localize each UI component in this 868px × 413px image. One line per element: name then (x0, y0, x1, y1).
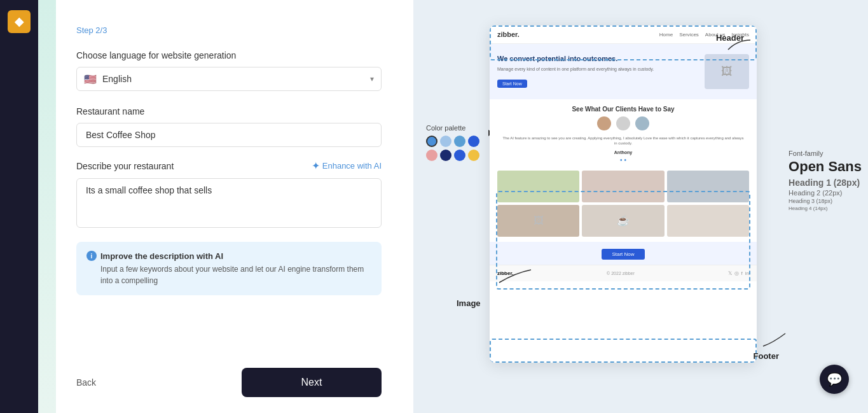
font-family-name: Open Sans (789, 158, 862, 175)
mockup-logo: zibber. (497, 31, 520, 38)
mockup-testimonial (490, 116, 757, 136)
footer-dashed-border (490, 339, 757, 363)
mockup-footer-copy: © 2022 zibber (607, 271, 635, 276)
ai-info-title: i Improve the description with AI (86, 251, 371, 261)
image-arrow (496, 267, 534, 286)
color-swatch-7[interactable] (454, 150, 465, 161)
heading-3: Heading 3 (18px) (789, 198, 862, 204)
sidebar: ◆ (0, 0, 38, 413)
mockup-section-title: See What Our Clients Have to Say (490, 99, 757, 116)
heading-2: Heading 2 (22px) (789, 189, 862, 197)
color-swatch-6[interactable] (440, 150, 451, 161)
color-palette-label: Color palette (426, 124, 479, 132)
palette-row-2 (426, 150, 479, 161)
left-panel: Step 2/3 Choose language for website gen… (38, 0, 413, 413)
image-annotation-label: Image (457, 298, 481, 308)
enhance-ai-label: Enhance with AI (322, 161, 382, 171)
mockup-hero: We convert potential into outcomes. Mana… (490, 44, 757, 99)
heading-4: Heading 4 (14px) (789, 206, 862, 211)
info-icon: i (86, 251, 97, 261)
left-accent (38, 0, 56, 413)
color-swatch-1[interactable] (426, 136, 437, 147)
footer-arrow (760, 330, 792, 349)
mockup-testimonial-text: The AI feature is amazing to see you are… (490, 136, 757, 150)
bottom-actions: Back Next (76, 377, 382, 388)
ai-sparkle-icon: ✦ (312, 160, 320, 172)
mockup-image-grid: 🖼 ☕ (490, 165, 757, 242)
color-swatch-2[interactable] (440, 136, 451, 147)
description-label: Describe your restaurant (76, 161, 174, 171)
heading-sizes: Heading 1 (28px) Heading 2 (22px) Headin… (789, 178, 862, 211)
grid-image-2 (582, 171, 664, 202)
mockup-hero-image: 🖼 (705, 54, 749, 89)
nav-home: Home (659, 32, 673, 38)
mockup-footer-icons: 𝕏 ◎ f in (728, 270, 749, 276)
restaurant-name-input[interactable] (76, 123, 382, 147)
website-mockup: zibber. Home Services About us Insights … (490, 25, 757, 363)
heading-1: Heading 1 (28px) (789, 178, 862, 188)
ai-info-box: i Improve the description with AI Input … (76, 242, 382, 295)
color-swatch-8[interactable] (468, 150, 479, 161)
mockup-hero-sub: Manage every kind of content in one plat… (497, 67, 699, 71)
grid-image-6 (667, 205, 749, 237)
grid-image-1 (497, 171, 579, 202)
color-palette-box: Color palette (426, 124, 479, 164)
grid-image-5: ☕ (582, 205, 664, 237)
nav-services: Services (679, 32, 699, 38)
mockup-cta-btn: Start Now (602, 249, 644, 260)
mockup-hero-text: We convert potential into outcomes. Mana… (497, 54, 699, 89)
font-family-label: Font-family (789, 150, 862, 157)
color-swatch-4[interactable] (468, 136, 479, 147)
mockup-hero-title: We convert potential into outcomes. (497, 54, 699, 63)
palette-row-1 (426, 136, 479, 147)
testimonial-avatar-1 (597, 116, 611, 130)
color-swatch-5[interactable] (426, 150, 437, 161)
sidebar-logo[interactable]: ◆ (8, 10, 31, 33)
grid-image-3 (667, 171, 749, 202)
header-arrow (725, 37, 757, 56)
testimonial-avatar-3 (635, 116, 649, 130)
back-button[interactable]: Back (76, 377, 96, 388)
next-button[interactable]: Next (242, 368, 382, 397)
chat-button[interactable]: 💬 (820, 365, 849, 394)
grid-image-4: 🖼 (497, 205, 579, 237)
linkedin-icon: in (745, 270, 749, 276)
step-label: Step 2/3 (76, 25, 382, 35)
footer-annotation-label: Footer (754, 351, 779, 361)
font-family-box: Font-family Open Sans Heading 1 (28px) H… (789, 150, 862, 213)
instagram-icon: ◎ (734, 270, 739, 276)
facebook-icon: f (741, 270, 743, 276)
right-panel: Color palette (413, 0, 868, 413)
mockup-cta-bar: Start Now (490, 242, 757, 265)
describe-header: Describe your restaurant ✦ Enhance with … (76, 160, 382, 172)
testimonial-avatar-2 (616, 116, 630, 130)
restaurant-name-label: Restaurant name (76, 106, 382, 116)
ai-info-text: Input a few keywords about your website … (86, 263, 371, 286)
enhance-ai-button[interactable]: ✦ Enhance with AI (312, 160, 382, 172)
twitter-icon: 𝕏 (728, 270, 732, 276)
mockup-hero-btn: Start Now (497, 80, 527, 88)
color-swatch-3[interactable] (454, 136, 465, 147)
description-textarea[interactable]: Its a small coffee shop that sells (76, 178, 382, 228)
testimonial-author: Anthony (490, 150, 757, 155)
flag-icon: 🇺🇸 (84, 73, 97, 85)
language-select-wrapper: 🇺🇸 English Spanish French German ▾ (76, 67, 382, 91)
preview-container: Color palette (413, 0, 868, 413)
language-select[interactable]: English Spanish French German (76, 67, 382, 91)
language-label: Choose language for website generation (76, 50, 382, 60)
restaurant-name-section: Restaurant name (76, 106, 382, 147)
